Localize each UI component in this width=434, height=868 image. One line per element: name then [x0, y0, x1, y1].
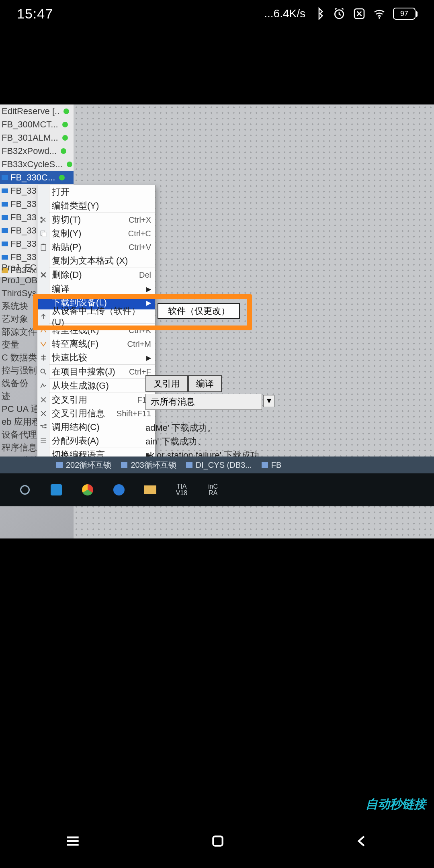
tree-item[interactable]: FB32xPowd...	[0, 144, 74, 158]
phone-status-bar: 15:47 ...6.4K/s 97	[0, 0, 434, 27]
android-nav-bar	[0, 816, 434, 868]
block-icon	[2, 202, 8, 207]
menu-compile[interactable]: 编译▶	[37, 282, 155, 296]
message-line: adMe' 下载成功。	[145, 421, 268, 435]
xref-icon	[39, 396, 47, 404]
chevron-left-icon	[354, 833, 370, 849]
chevron-right-icon: ▶	[146, 354, 151, 362]
tree-item[interactable]: FB_300MCT...	[0, 118, 74, 131]
screenshot-photo: EditReserve [.. FB_300MCT... FB_301ALM..…	[0, 104, 434, 538]
menu-edit-type[interactable]: 编辑类型(Y)	[37, 199, 155, 213]
delete-icon	[39, 271, 47, 279]
tab-cross-reference[interactable]: 叉引用	[145, 375, 188, 392]
status-dot-icon	[61, 148, 66, 154]
tree-item-selected[interactable]: FB_330C...	[0, 171, 74, 184]
menu-open[interactable]: 打开	[37, 185, 155, 199]
menu-assignment-list[interactable]: 分配列表(A)	[37, 434, 155, 448]
taskbar-inc[interactable]: inCRA	[204, 481, 222, 499]
menu-go-offline[interactable]: 转至离线(F)Ctrl+M	[37, 337, 155, 351]
status-dot-icon	[63, 108, 69, 114]
nav-back-button[interactable]	[354, 833, 370, 851]
svg-rect-6	[42, 232, 46, 237]
status-dot-icon	[62, 122, 68, 127]
compare-icon	[39, 354, 47, 362]
tree-item[interactable]: FB_301ALM...	[0, 131, 74, 144]
message-filter-dropdown[interactable]: 示所有消息	[145, 394, 262, 410]
menu-copy[interactable]: 复制(Y)Ctrl+C	[37, 227, 155, 240]
list-icon	[39, 437, 47, 445]
taskbar-edge[interactable]	[110, 481, 128, 499]
tab-icon	[262, 462, 268, 468]
taskbar-app[interactable]	[47, 481, 65, 499]
menu-quick-compare[interactable]: 快速比较▶	[37, 351, 155, 364]
menu-upload-from-device[interactable]: 从设备中上传（软件）(U)	[37, 309, 155, 323]
copy-icon	[39, 229, 47, 237]
editor-tab[interactable]: 203循环互锁	[121, 460, 176, 471]
battery-indicator: 97	[393, 8, 416, 20]
menu-cross-reference-info[interactable]: 交叉引用信息Shift+F11	[37, 407, 155, 420]
editor-tab[interactable]: 202循环互锁	[56, 460, 111, 471]
tab-icon	[56, 462, 63, 468]
menu-paste[interactable]: 粘贴(P)Ctrl+V	[37, 240, 155, 254]
svg-point-2	[379, 17, 380, 19]
nav-home-button[interactable]	[210, 833, 226, 851]
edge-icon	[113, 484, 125, 495]
windows-taskbar: TIAV18 inCRA	[0, 473, 434, 506]
svg-rect-12	[45, 427, 47, 428]
block-icon	[2, 215, 8, 220]
taskbar-chrome[interactable]	[79, 481, 96, 499]
svg-point-3	[41, 217, 43, 219]
folder-icon	[144, 485, 156, 494]
taskbar-explorer[interactable]	[141, 481, 159, 499]
block-icon	[2, 188, 8, 193]
svg-rect-10	[41, 425, 43, 426]
watermark: 自动秒链接	[366, 796, 426, 813]
editor-tab[interactable]: DI_CYS (DB3...	[186, 461, 252, 470]
menu-icon	[64, 832, 82, 850]
submenu-software-only-changes[interactable]: 软件（仅更改）	[158, 303, 240, 319]
menu-delete[interactable]: 删除(D)Del	[37, 268, 155, 282]
editor-tab[interactable]: FB	[262, 461, 282, 470]
cortana-icon	[20, 485, 30, 495]
block-icon	[2, 175, 8, 180]
menu-call-structure[interactable]: 调用结构(C)	[37, 420, 155, 434]
svg-rect-14	[213, 836, 222, 845]
tree-item[interactable]: EditReserve [..	[0, 104, 74, 118]
wifi-icon	[373, 7, 386, 20]
menu-cut[interactable]: 剪切(T)Ctrl+X	[37, 213, 155, 227]
taskbar-tia-portal[interactable]: TIAV18	[173, 481, 190, 499]
online-icon	[39, 326, 47, 334]
offline-icon	[39, 340, 47, 348]
close-box-icon	[353, 7, 366, 20]
block-icon	[2, 255, 8, 260]
editor-tabs-bar: 202循环互锁 203循环互锁 DI_CYS (DB3... FB	[0, 457, 434, 473]
tab-compile[interactable]: 编译	[188, 375, 222, 392]
status-dot-icon	[67, 162, 72, 167]
svg-rect-7	[41, 244, 46, 250]
tree-item[interactable]: FB33xCycleS...	[0, 158, 74, 171]
menu-go-online[interactable]: 转至在线(K)Ctrl+K	[37, 323, 155, 337]
menu-cross-reference[interactable]: 交叉引用F11	[37, 393, 155, 407]
nav-recent-button[interactable]	[64, 832, 82, 852]
block-icon	[2, 228, 8, 233]
alarm-icon	[333, 7, 346, 20]
tab-icon	[186, 462, 192, 468]
status-dot-icon	[62, 135, 68, 141]
menu-copy-as-text[interactable]: 复制为文本格式 (X)	[37, 254, 155, 268]
clock: 15:47	[17, 6, 53, 22]
upload-icon	[39, 312, 47, 320]
info-tabs: 叉引用 编译	[145, 375, 222, 392]
chrome-icon	[82, 484, 93, 495]
context-menu: 打开 编辑类型(Y) 剪切(T)Ctrl+X 复制(Y)Ctrl+C 粘贴(P)…	[37, 185, 156, 476]
start-button[interactable]	[16, 481, 34, 499]
square-icon	[210, 833, 226, 849]
net-speed: ...6.4K/s	[264, 7, 305, 20]
generate-icon	[39, 382, 47, 390]
message-line: ain' 下载成功。	[145, 435, 268, 448]
chevron-right-icon: ▶	[146, 285, 151, 293]
structure-icon	[39, 423, 47, 431]
paste-icon	[39, 243, 47, 251]
search-icon	[39, 368, 47, 376]
menu-search-project[interactable]: 在项目中搜索(J)Ctrl+F	[37, 365, 155, 379]
menu-generate-source[interactable]: 从块生成源(G)▶	[37, 379, 155, 393]
